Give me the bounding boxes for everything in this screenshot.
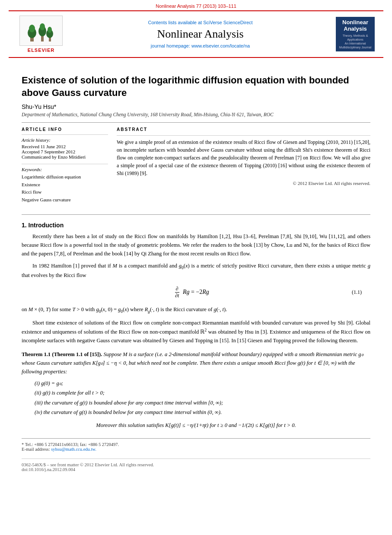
footnote-email: E-mail address: syhsu@math.ccu.edu.tw. <box>22 447 370 452</box>
theorem-item-i: (i) g(0) = g₀; <box>35 379 370 389</box>
intro-para1: Recently there has been a lot of study o… <box>22 232 370 258</box>
article-info-col: ARTICLE INFO Article history: Received 1… <box>22 127 108 208</box>
svg-point-8 <box>48 27 52 33</box>
doi-info: doi:10.1016/j.na.2012.09.004 <box>22 467 370 472</box>
article-history: Article history: Received 11 June 2012 A… <box>22 137 108 159</box>
email-link[interactable]: syhsu@math.ccu.edu.tw. <box>51 447 96 452</box>
author-name: Shu-Yu Hsu* <box>22 103 370 110</box>
communicated-by: Communicated by Enzo Mitidieri <box>22 154 108 159</box>
info-divider-2 <box>22 164 108 164</box>
journal-citation: Nonlinear Analysis 77 (2013) 103–111 <box>0 0 392 10</box>
theorem-label: Theorem 1.1 <box>22 351 51 357</box>
header-divider <box>22 122 370 123</box>
svg-point-5 <box>40 23 45 30</box>
copyright-line: © 2012 Elsevier Ltd. All rights reserved… <box>117 181 370 186</box>
keywords-label: Keywords: <box>22 167 108 172</box>
section1-title: 1. Introduction <box>22 222 370 229</box>
journal-title: Nonlinear Analysis <box>72 28 329 41</box>
logo-subtitle: Theory, Methods & ApplicationsAn Interna… <box>338 34 372 49</box>
received-date: Received 11 June 2012 <box>22 144 108 149</box>
issn-info: 0362-546X/$ – see front matter © 2012 El… <box>22 462 370 467</box>
keywords-section: Keywords: Logarithmic diffusion equation… <box>22 167 108 204</box>
abstract-divider <box>117 135 370 136</box>
homepage-text: journal homepage: www.elsevier.com/locat… <box>72 43 329 48</box>
equation-number-1: (1.1) <box>352 289 362 296</box>
abstract-col: ABSTRACT We give a simple proof of an ex… <box>117 127 370 208</box>
theorem-item-iv: (iv) the curvature of g(t) is bounded be… <box>35 408 370 417</box>
abstract-text: We give a simple proof of an extension o… <box>117 138 370 177</box>
abstract-heading: ABSTRACT <box>117 127 370 132</box>
keyword-4: Negative Gauss curvature <box>22 196 108 204</box>
journal-logo-right: NonlinearAnalysis Theory, Methods & Appl… <box>336 17 375 51</box>
keyword-1: Logarithmic diffusion equation <box>22 173 108 181</box>
theorem-ref: (Theorem 1.1 of [15]). <box>52 351 102 357</box>
theorem-item-ii: (ii) g(t) is complete for all t > 0; <box>35 388 370 398</box>
equation-content-1: ∂ ∂t Rg = −2Rg <box>30 286 352 299</box>
sciverse-link[interactable]: SciVerse ScienceDirect <box>203 20 252 25</box>
tree-illustration <box>26 19 56 43</box>
elsevier-wordmark: ELSEVIER <box>28 48 54 53</box>
intro-para4: Short time existence of solutions of the… <box>22 318 370 345</box>
keyword-2: Existence <box>22 181 108 189</box>
svg-rect-3 <box>41 35 44 41</box>
theorem-1-1: Theorem 1.1 (Theorem 1.1 of [15]). Suppo… <box>22 350 370 430</box>
info-divider-1 <box>22 134 108 135</box>
homepage-link[interactable]: www.elsevier.com/locate/na <box>191 43 250 48</box>
intro-para3: on M × (0, T) for some T > 0 with g0(x, … <box>22 305 370 315</box>
footnote-area: * Tel.: +886 5 2720411x66133; fax: +886 … <box>22 438 370 452</box>
equation-fraction: ∂ ∂t <box>174 286 180 299</box>
main-content: Existence of solution of the logarithmic… <box>0 58 392 481</box>
footnote-tel: * Tel.: +886 5 2720411x66133; fax: +886 … <box>22 442 370 447</box>
elsevier-tree-logo <box>19 16 63 46</box>
theorem-list: (i) g(0) = g₀; (ii) g(t) is complete for… <box>35 379 370 417</box>
bottom-info: 0362-546X/$ – see front matter © 2012 El… <box>22 459 370 472</box>
logo-title: NonlinearAnalysis <box>342 19 368 32</box>
theorem-formula: Moreover this solution satisfies K[g(t)]… <box>22 421 370 430</box>
equation-block-1: ∂ ∂t Rg = −2Rg (1.1) <box>22 286 370 299</box>
journal-header: ELSEVIER Contents lists available at Sci… <box>9 10 383 58</box>
theorem-item-iii: (iii) the curvature of g(t) is bounded a… <box>35 398 370 408</box>
journal-center-header: Contents lists available at SciVerse Sci… <box>72 20 329 48</box>
author-affiliation: Department of Mathematics, National Chun… <box>22 112 370 117</box>
article-info-heading: ARTICLE INFO <box>22 127 108 132</box>
history-label: Article history: <box>22 137 108 143</box>
section-divider <box>22 214 370 215</box>
was-obtained-text: was obtained <box>133 338 162 344</box>
svg-point-2 <box>29 25 35 32</box>
sciverse-text: Contents lists available at SciVerse Sci… <box>72 20 329 25</box>
keywords-list: Logarithmic diffusion equation Existence… <box>22 173 108 204</box>
elsevier-logo-area: ELSEVIER <box>17 16 65 53</box>
intro-para2: In 1982 Hamilton [1] proved that if M is… <box>22 261 370 280</box>
accepted-date: Accepted 7 September 2012 <box>22 149 108 154</box>
article-info-abstract: ARTICLE INFO Article history: Received 1… <box>22 127 370 208</box>
article-title: Existence of solution of the logarithmic… <box>22 74 370 99</box>
keyword-3: Ricci flow <box>22 188 108 196</box>
